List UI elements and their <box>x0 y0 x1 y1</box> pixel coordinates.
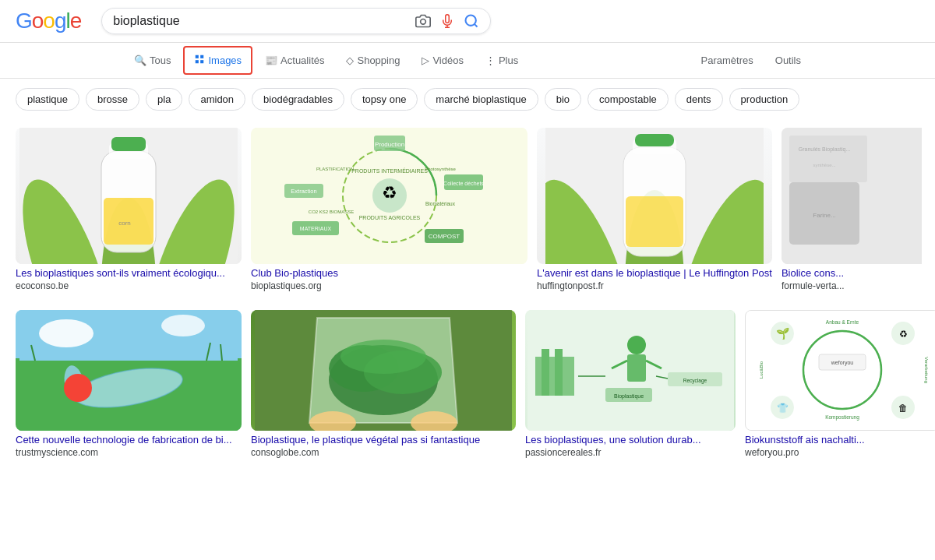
svg-text:🗑: 🗑 <box>898 403 908 414</box>
svg-text:PRODUITS INTERMÉDIAIRES: PRODUITS INTERMÉDIAIRES <box>351 167 428 174</box>
tab-plus[interactable]: ⋮ Plus <box>476 48 527 72</box>
svg-text:synthèse...: synthèse... <box>813 163 835 167</box>
svg-rect-5 <box>196 55 199 58</box>
chip-production[interactable]: production <box>729 88 800 111</box>
svg-rect-7 <box>196 60 199 63</box>
svg-text:Collecte déchets: Collecte déchets <box>443 181 484 186</box>
svg-point-66 <box>340 340 426 374</box>
tools-label: Outils <box>775 55 801 66</box>
chip-bio[interactable]: bio <box>545 88 581 111</box>
tab-images[interactable]: Images <box>183 46 252 75</box>
tab-parametres[interactable]: Paramètres <box>692 48 763 72</box>
image-title-7: Les bioplastiques, une solution durab... <box>525 434 736 446</box>
image-item-5[interactable]: Cette nouvelle technologie de fabricatio… <box>16 310 242 458</box>
svg-point-54 <box>39 319 94 347</box>
tab-shopping[interactable]: ◇ Shopping <box>337 48 409 72</box>
chip-pla[interactable]: pla <box>146 88 182 111</box>
search-bar[interactable] <box>101 8 491 34</box>
svg-text:MATERIAUX: MATERIAUX <box>299 226 331 231</box>
svg-text:COMPOST: COMPOST <box>428 233 460 240</box>
svg-text:weforyou: weforyou <box>830 360 853 366</box>
image-row-1: corn Les bioplastiques sont-ils vraiment… <box>16 128 919 301</box>
tab-videos[interactable]: ▷ Vidéos <box>412 48 473 72</box>
svg-text:♻: ♻ <box>382 183 397 203</box>
image-source-7: passioncereales.fr <box>525 447 736 458</box>
svg-text:Photosynthèse: Photosynthèse <box>425 167 456 171</box>
svg-text:🌱: 🌱 <box>775 327 789 340</box>
filter-chips: plastique brosse pla amidon biodégradabl… <box>0 79 935 120</box>
image-grid: corn Les bioplastiques sont-ils vraiment… <box>0 120 935 475</box>
image-title-5: Cette nouvelle technologie de fabricatio… <box>16 434 242 446</box>
tab-tous[interactable]: 🔍 Tous <box>125 48 180 72</box>
image-title-1: Les bioplastiques sont-ils vraiment écol… <box>16 267 242 279</box>
shopping-icon: ◇ <box>346 55 354 66</box>
image-thumb-6 <box>251 310 516 431</box>
image-thumb-7: Bioplastique Recyclage <box>525 310 736 431</box>
search-icons-container <box>415 13 479 29</box>
svg-text:Extraction: Extraction <box>291 188 316 195</box>
image-item-1[interactable]: corn Les bioplastiques sont-ils vraiment… <box>16 128 242 291</box>
chip-brosse[interactable]: brosse <box>86 88 139 111</box>
svg-rect-47 <box>789 136 867 182</box>
svg-text:Farine...: Farine... <box>813 212 835 219</box>
svg-point-0 <box>421 19 426 25</box>
svg-point-73 <box>627 336 646 354</box>
image-item-8[interactable]: 🌱 ♻ 👕 🗑 weforyou Anb <box>745 310 935 458</box>
tab-actualites[interactable]: 📰 Actualités <box>256 48 333 72</box>
svg-text:CO2 KS2 BIOMASSE: CO2 KS2 BIOMASSE <box>308 210 353 214</box>
image-source-2: bioplastiques.org <box>251 280 527 291</box>
svg-text:Biomatériaux: Biomatériaux <box>425 201 456 206</box>
image-thumb-4: Granulés Bioplastiq... synthèse... Farin… <box>782 128 922 264</box>
image-item-4[interactable]: Granulés Bioplastiq... synthèse... Farin… <box>782 128 922 291</box>
camera-icon[interactable] <box>415 13 431 29</box>
image-thumb-1: corn <box>16 128 242 264</box>
image-row-2: Cette nouvelle technologie de fabricatio… <box>16 310 919 467</box>
image-title-8: Biokunststoff ais nachalti... <box>745 434 935 446</box>
svg-rect-15 <box>111 137 146 151</box>
svg-text:Recyclage: Recyclage <box>683 378 707 384</box>
svg-text:PLASTIFICATION: PLASTIFICATION <box>316 167 353 171</box>
image-item-7[interactable]: Bioplastique Recyclage Les bioplastiques… <box>525 310 736 458</box>
image-item-6[interactable]: Bioplastique, le plastique végétal pas s… <box>251 310 516 458</box>
tab-outils[interactable]: Outils <box>766 48 810 72</box>
chip-marche[interactable]: marché bioplastique <box>424 88 538 111</box>
svg-rect-72 <box>555 349 563 396</box>
svg-point-55 <box>161 315 205 336</box>
tab-images-label: Images <box>208 55 242 66</box>
search-input[interactable] <box>113 14 408 28</box>
microphone-icon[interactable] <box>440 13 454 29</box>
svg-text:Bioplastique: Bioplastique <box>613 393 643 400</box>
svg-point-61 <box>64 374 92 402</box>
svg-text:Kompostierung: Kompostierung <box>825 414 859 421</box>
search-small-icon: 🔍 <box>134 55 146 66</box>
svg-text:PRODUITS AGRICOLES: PRODUITS AGRICOLES <box>358 215 420 220</box>
image-source-4: formule-verta... <box>782 280 922 291</box>
svg-rect-44 <box>635 134 674 146</box>
chip-compostable[interactable]: compostable <box>587 88 669 111</box>
svg-line-4 <box>475 24 478 27</box>
video-icon: ▷ <box>422 55 429 66</box>
image-item-3[interactable]: L'avenir est dans le bioplastique | Le H… <box>537 128 772 291</box>
image-title-6: Bioplastique, le plastique végétal pas s… <box>251 434 516 446</box>
chip-dents[interactable]: dents <box>675 88 723 111</box>
tab-videos-label: Vidéos <box>432 55 464 66</box>
search-button[interactable] <box>464 13 479 29</box>
settings-label: Paramètres <box>701 55 753 66</box>
chip-topsy-one[interactable]: topsy one <box>351 88 418 111</box>
chip-amidon[interactable]: amidon <box>189 88 245 111</box>
image-source-8: weforyou.pro <box>745 447 935 458</box>
chip-plastique[interactable]: plastique <box>16 88 79 111</box>
svg-text:Anbau & Ernte: Anbau & Ernte <box>825 319 859 325</box>
image-thumb-3 <box>537 128 772 264</box>
image-title-2: Club Bio-plastiques <box>251 267 527 279</box>
svg-text:Verarbeitung: Verarbeitung <box>924 357 929 383</box>
svg-text:Production: Production <box>374 141 404 148</box>
more-icon: ⋮ <box>485 55 496 66</box>
chip-biodegradables[interactable]: biodégradables <box>252 88 344 111</box>
header: Google <box>0 0 935 43</box>
svg-rect-8 <box>201 60 204 63</box>
svg-text:Luc&Bio: Luc&Bio <box>759 361 764 379</box>
svg-text:corn: corn <box>118 220 131 227</box>
image-item-2[interactable]: Production Collecte déchets COMPOST MATE… <box>251 128 527 291</box>
image-title-3: L'avenir est dans le bioplastique | Le H… <box>537 267 772 279</box>
